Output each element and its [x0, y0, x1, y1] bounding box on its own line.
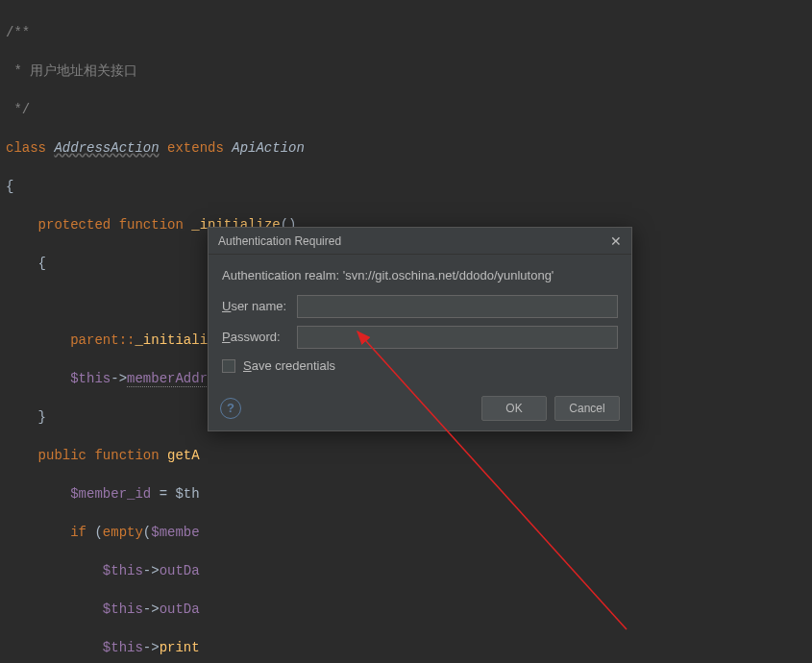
- cancel-button[interactable]: Cancel: [554, 396, 620, 421]
- keyword-extends: extends: [167, 140, 224, 156]
- class-name: AddressAction: [54, 140, 159, 156]
- username-label: User name:: [222, 297, 297, 316]
- assignment-partial: = $th: [160, 486, 200, 502]
- ok-button[interactable]: OK: [481, 396, 547, 421]
- keyword-protected: protected: [38, 217, 111, 233]
- keyword-function: function: [94, 448, 159, 463]
- save-credentials-label: Save credentials: [243, 356, 335, 376]
- this-var: $this: [70, 371, 111, 386]
- username-input[interactable]: [297, 295, 618, 318]
- close-icon[interactable]: ✕: [610, 232, 622, 251]
- this-var: $this: [103, 640, 143, 655]
- empty-fn: empty: [103, 525, 143, 540]
- comment: * 用户地址相关接口: [6, 63, 137, 79]
- parent-call: parent::: [70, 332, 135, 348]
- realm-text: Authentication realm: 'svn://git.oschina…: [222, 266, 618, 285]
- property-partial: outDa: [160, 602, 200, 617]
- parent-class: ApiAction: [232, 140, 305, 156]
- variable: $member_id: [70, 486, 151, 502]
- this-var: $this: [103, 563, 143, 578]
- keyword-class: class: [6, 140, 46, 156]
- help-icon[interactable]: ?: [220, 398, 241, 419]
- comment: */: [6, 102, 30, 117]
- keyword-public: public: [38, 448, 86, 463]
- password-label: Password:: [222, 328, 297, 347]
- authentication-dialog: Authentication Required ✕ Authentication…: [208, 227, 632, 431]
- this-var: $this: [103, 602, 143, 617]
- keyword-function: function: [119, 217, 184, 233]
- dialog-title: Authentication Required: [218, 232, 341, 251]
- variable-partial: $membe: [151, 525, 199, 540]
- property-partial: outDa: [160, 563, 200, 578]
- save-credentials-checkbox[interactable]: [222, 359, 235, 373]
- comment: /**: [6, 25, 30, 40]
- function-name-partial: getA: [167, 448, 200, 463]
- password-input[interactable]: [297, 326, 618, 349]
- dialog-title-bar[interactable]: Authentication Required ✕: [209, 228, 631, 255]
- keyword-if: if: [70, 525, 86, 540]
- method-partial: print: [160, 640, 200, 655]
